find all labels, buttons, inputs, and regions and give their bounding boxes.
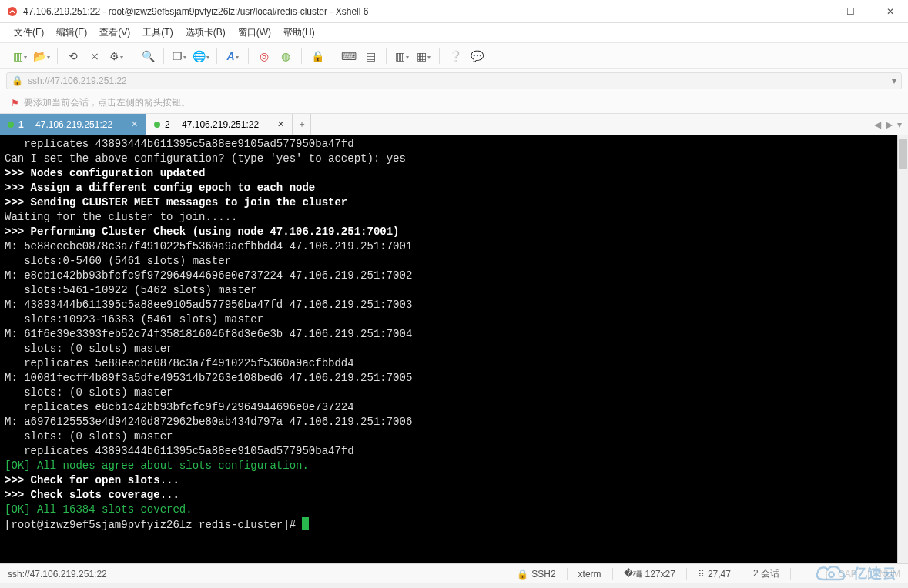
tab-label: 47.106.219.251:22 bbox=[35, 119, 112, 130]
menu-tabs[interactable]: 选项卡(B) bbox=[186, 26, 226, 39]
terminal-container: replicates 43893444b611395c5a88ee9105ad5… bbox=[0, 135, 908, 563]
separator bbox=[163, 48, 164, 64]
help-button[interactable]: ❔ bbox=[446, 47, 464, 65]
lock-icon: 🔒 bbox=[12, 75, 23, 86]
separator bbox=[567, 568, 568, 580]
session-tab-1[interactable]: 1 47.106.219.251:22 ✕ bbox=[0, 114, 146, 135]
status-address: ssh://47.106.219.251:22 bbox=[8, 569, 107, 580]
separator bbox=[612, 568, 613, 580]
copy-button[interactable]: ❐▾ bbox=[170, 47, 189, 65]
separator bbox=[439, 48, 440, 64]
status-size: �櫑 127x27 bbox=[624, 567, 675, 580]
tab-index: 1 bbox=[18, 119, 24, 130]
window-controls: ─ ☐ ✕ bbox=[799, 6, 902, 17]
separator bbox=[57, 48, 58, 64]
status-num: NUM bbox=[880, 569, 900, 580]
new-tab-button[interactable]: ＋ bbox=[293, 114, 311, 135]
tab-list-button[interactable]: ▾ bbox=[897, 119, 902, 130]
new-session-button[interactable]: ▥▾ bbox=[11, 47, 29, 65]
tab-strip: 1 47.106.219.251:22 ✕ 2 47.106.219.251:2… bbox=[0, 114, 908, 135]
tab-close-icon[interactable]: ✕ bbox=[131, 119, 138, 129]
xshell-button[interactable]: ◎ bbox=[255, 47, 273, 65]
address-dropdown-icon[interactable]: ▾ bbox=[892, 75, 896, 86]
lock-icon: 🔒 bbox=[517, 569, 528, 580]
session-tab-2[interactable]: 2 47.106.219.251:22 ✕ bbox=[146, 114, 293, 135]
flag-icon: ⚑ bbox=[11, 98, 19, 109]
tab-close-icon[interactable]: ✕ bbox=[277, 119, 284, 129]
separator bbox=[301, 48, 302, 64]
separator bbox=[248, 48, 249, 64]
app-icon bbox=[6, 5, 18, 18]
status-dot-icon bbox=[154, 122, 160, 128]
separator bbox=[790, 568, 791, 580]
status-caps: CAP bbox=[838, 569, 857, 580]
lock-button[interactable]: 🔒 bbox=[308, 47, 327, 65]
status-dot-icon bbox=[8, 122, 14, 128]
tile-button[interactable]: ▦▾ bbox=[414, 47, 433, 65]
separator bbox=[868, 568, 869, 580]
open-button[interactable]: 📂▾ bbox=[32, 47, 51, 65]
reconnect-button[interactable]: ⟲ bbox=[64, 47, 82, 65]
status-protocol: 🔒SSH2 bbox=[517, 569, 555, 580]
window-title: 47.106.219.251:22 - root@izwz9ef5sjam9pv… bbox=[23, 6, 799, 17]
menu-help[interactable]: 帮助(H) bbox=[283, 26, 315, 39]
separator bbox=[826, 568, 827, 580]
address-bar: 🔒 ssh://47.106.219.251:22 ▾ bbox=[0, 69, 908, 92]
menu-file[interactable]: 文件(F) bbox=[14, 26, 44, 39]
separator bbox=[216, 48, 217, 64]
separator bbox=[386, 48, 387, 64]
separator bbox=[333, 48, 333, 64]
hint-text: 要添加当前会话，点击左侧的箭头按钮。 bbox=[24, 96, 190, 109]
menu-tools[interactable]: 工具(T) bbox=[142, 26, 173, 39]
titlebar: 47.106.219.251:22 - root@izwz9ef5sjam9pv… bbox=[0, 0, 908, 23]
status-sessions: 2 会话 bbox=[753, 567, 779, 580]
font-button[interactable]: A▾ bbox=[223, 47, 242, 65]
clear-button[interactable]: ▤ bbox=[361, 47, 380, 65]
tab-label: 47.106.219.251:22 bbox=[182, 119, 259, 130]
svg-point-0 bbox=[8, 7, 17, 16]
disconnect-button[interactable]: ⤫ bbox=[85, 47, 104, 65]
scrollbar[interactable] bbox=[897, 135, 908, 563]
maximize-button[interactable]: ☐ bbox=[839, 6, 862, 17]
separator bbox=[132, 48, 132, 64]
tab-index: 2 bbox=[165, 119, 170, 130]
address-input[interactable]: 🔒 ssh://47.106.219.251:22 ▾ bbox=[6, 72, 902, 89]
address-text: ssh://47.106.219.251:22 bbox=[28, 75, 127, 86]
toolbar: ▥▾ 📂▾ ⟲ ⤫ ⚙▾ 🔍 ❐▾ 🌐▾ A▾ ◎ ◍ 🔒 ⌨ ▤ ▥▾ ▦▾ … bbox=[0, 43, 908, 69]
globe-button[interactable]: 🌐▾ bbox=[192, 47, 210, 65]
tile-horizontal-button[interactable]: ▥▾ bbox=[393, 47, 411, 65]
tab-next-button[interactable]: ▶ bbox=[886, 119, 893, 130]
scrollbar-thumb[interactable] bbox=[899, 139, 907, 169]
status-term: xterm bbox=[578, 569, 601, 580]
status-bar: ssh://47.106.219.251:22 🔒SSH2 xterm �櫑 1… bbox=[0, 563, 908, 583]
separator bbox=[686, 568, 687, 580]
keyboard-button[interactable]: ⌨ bbox=[340, 47, 358, 65]
menu-edit[interactable]: 编辑(E) bbox=[56, 26, 87, 39]
tab-nav: ◀ ▶ ▾ bbox=[868, 114, 908, 135]
minimize-button[interactable]: ─ bbox=[799, 6, 822, 17]
menu-view[interactable]: 查看(V) bbox=[99, 26, 130, 39]
terminal[interactable]: replicates 43893444b611395c5a88ee9105ad5… bbox=[0, 135, 897, 563]
separator bbox=[742, 568, 742, 580]
hint-bar: ⚑ 要添加当前会话，点击左侧的箭头按钮。 bbox=[0, 92, 908, 114]
xftp-button[interactable]: ◍ bbox=[276, 47, 295, 65]
properties-button[interactable]: ⚙▾ bbox=[107, 47, 126, 65]
close-button[interactable]: ✕ bbox=[879, 6, 902, 17]
find-button[interactable]: 🔍 bbox=[139, 47, 157, 65]
status-cursor: ⠿ 27,47 bbox=[698, 569, 731, 580]
menu-window[interactable]: 窗口(W) bbox=[238, 26, 271, 39]
feedback-button[interactable]: 💬 bbox=[467, 47, 486, 65]
tab-prev-button[interactable]: ◀ bbox=[874, 119, 881, 130]
menubar: 文件(F) 编辑(E) 查看(V) 工具(T) 选项卡(B) 窗口(W) 帮助(… bbox=[0, 23, 908, 43]
